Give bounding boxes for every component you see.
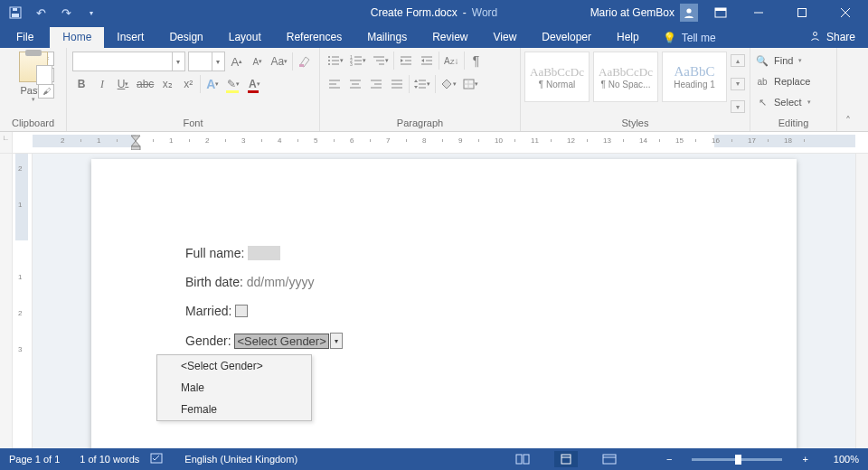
font-name-combo[interactable]: ▾ bbox=[72, 52, 185, 71]
married-checkbox[interactable] bbox=[235, 305, 248, 317]
qat-customize-icon[interactable]: ▾ bbox=[80, 2, 103, 24]
bullets-button[interactable]: ▾ bbox=[326, 52, 345, 70]
group-label-paragraph: Paragraph bbox=[320, 116, 520, 131]
italic-button[interactable]: I bbox=[93, 75, 111, 93]
tab-references[interactable]: References bbox=[274, 27, 354, 48]
language-indicator[interactable]: English (United Kingdom) bbox=[184, 454, 297, 465]
gender-option-female[interactable]: Female bbox=[157, 399, 311, 420]
clear-formatting-icon[interactable] bbox=[296, 52, 314, 70]
page-indicator[interactable]: Page 1 of 1 bbox=[9, 454, 60, 465]
proofing-icon[interactable] bbox=[150, 452, 165, 466]
minimize-button[interactable] bbox=[738, 0, 779, 25]
tab-layout[interactable]: Layout bbox=[216, 27, 274, 48]
web-layout-icon[interactable] bbox=[598, 451, 621, 467]
redo-icon[interactable]: ↷ bbox=[54, 2, 78, 24]
search-icon: 🔍 bbox=[756, 54, 769, 67]
svg-point-3 bbox=[686, 8, 691, 13]
tab-home[interactable]: Home bbox=[50, 27, 104, 48]
find-button[interactable]: 🔍Find▾ bbox=[756, 52, 835, 70]
font-color-button[interactable]: A▾ bbox=[245, 75, 263, 93]
print-layout-icon[interactable] bbox=[554, 451, 578, 467]
style-heading-1[interactable]: AaBbCHeading 1 bbox=[662, 52, 727, 102]
tab-mailings[interactable]: Mailings bbox=[354, 27, 420, 48]
fullname-placeholder[interactable] bbox=[248, 246, 280, 260]
tab-review[interactable]: Review bbox=[420, 27, 480, 48]
shrink-font-button[interactable]: A▾ bbox=[249, 52, 267, 70]
svg-point-10 bbox=[813, 33, 816, 36]
word-count[interactable]: 1 of 10 words bbox=[80, 454, 139, 465]
strikethrough-button[interactable]: abc bbox=[135, 75, 156, 93]
page[interactable]: Full name: Birth date: dd/mm/yyyy Marrie… bbox=[91, 159, 797, 448]
grow-font-button[interactable]: A▴ bbox=[228, 52, 246, 70]
gender-dropdown-menu: <Select Gender> Male Female bbox=[156, 354, 312, 421]
font-size-combo[interactable]: ▾ bbox=[188, 52, 225, 71]
chevron-down-icon: ▾ bbox=[212, 52, 224, 70]
text-effects-button[interactable]: A▾ bbox=[203, 75, 222, 93]
subscript-button[interactable]: x₂ bbox=[158, 75, 176, 93]
align-center-button[interactable] bbox=[346, 75, 364, 93]
read-mode-icon[interactable] bbox=[511, 451, 534, 467]
tab-view[interactable]: View bbox=[481, 27, 530, 48]
tell-me-button[interactable]: 💡 Tell me bbox=[652, 32, 727, 48]
styles-gallery-scroll[interactable]: ▴▾▾ bbox=[731, 52, 745, 116]
vertical-ruler[interactable]: 21123 bbox=[13, 154, 33, 448]
style-no-spacing[interactable]: AaBbCcDc¶ No Spac... bbox=[593, 52, 658, 102]
highlight-button[interactable]: ✎▾ bbox=[224, 75, 242, 93]
superscript-button[interactable]: x² bbox=[179, 75, 197, 93]
gender-option-placeholder[interactable]: <Select Gender> bbox=[157, 355, 311, 377]
ribbon-display-options-icon[interactable] bbox=[705, 0, 736, 25]
tab-insert[interactable]: Insert bbox=[104, 27, 156, 48]
tab-help[interactable]: Help bbox=[604, 27, 652, 48]
replace-button[interactable]: abReplace bbox=[756, 72, 835, 90]
save-icon[interactable] bbox=[4, 2, 27, 24]
decrease-indent-button[interactable] bbox=[397, 52, 415, 70]
account-button[interactable]: Mario at GemBox bbox=[590, 4, 703, 22]
label-gender: Gender: bbox=[185, 334, 231, 348]
undo-icon[interactable]: ↶ bbox=[29, 2, 52, 24]
zoom-level[interactable]: 100% bbox=[834, 454, 859, 465]
tab-selector[interactable]: ∟ bbox=[0, 132, 13, 153]
group-label-clipboard: Clipboard bbox=[0, 116, 66, 131]
show-hide-button[interactable]: ¶ bbox=[467, 52, 486, 70]
zoom-out-button[interactable]: − bbox=[666, 454, 672, 465]
svg-marker-51 bbox=[414, 86, 418, 89]
birthdate-control[interactable]: dd/mm/yyyy bbox=[247, 275, 315, 289]
user-name: Mario at GemBox bbox=[590, 6, 675, 19]
tab-developer[interactable]: Developer bbox=[529, 27, 604, 48]
zoom-slider[interactable] bbox=[692, 458, 782, 461]
svg-rect-11 bbox=[299, 64, 304, 67]
maximize-button[interactable] bbox=[781, 0, 823, 25]
line-spacing-button[interactable]: ▾ bbox=[412, 75, 432, 93]
close-button[interactable] bbox=[825, 0, 866, 25]
format-painter-icon[interactable]: 🖌 bbox=[38, 84, 54, 99]
gender-dropdown-button[interactable]: ▾ bbox=[330, 333, 343, 349]
vertical-scrollbar[interactable] bbox=[855, 154, 868, 448]
gender-option-male[interactable]: Male bbox=[157, 377, 311, 399]
tab-file[interactable]: File bbox=[0, 27, 50, 48]
justify-button[interactable] bbox=[388, 75, 406, 93]
numbering-button[interactable]: 123▾ bbox=[348, 52, 368, 70]
align-left-button[interactable] bbox=[326, 75, 344, 93]
gender-dropdown[interactable]: <Select Gender> bbox=[234, 334, 328, 349]
tab-design[interactable]: Design bbox=[156, 27, 215, 48]
align-right-button[interactable] bbox=[367, 75, 385, 93]
multilevel-list-button[interactable]: ▾ bbox=[371, 52, 391, 70]
zoom-in-button[interactable]: + bbox=[802, 454, 807, 465]
lightbulb-icon: 💡 bbox=[663, 32, 676, 44]
borders-button[interactable]: ▾ bbox=[461, 75, 480, 93]
share-button[interactable]: Share bbox=[797, 30, 868, 48]
svg-rect-5 bbox=[715, 8, 726, 11]
underline-button[interactable]: U▾ bbox=[114, 75, 132, 93]
shading-button[interactable]: ▾ bbox=[439, 75, 458, 93]
increase-indent-button[interactable] bbox=[418, 52, 436, 70]
bold-button[interactable]: B bbox=[72, 75, 90, 93]
horizontal-ruler[interactable]: 21123456789101112131415161718 bbox=[33, 132, 855, 153]
label-fullname: Full name: bbox=[185, 246, 244, 260]
change-case-button[interactable]: Aa▾ bbox=[269, 52, 289, 70]
svg-rect-1 bbox=[12, 14, 19, 17]
document-area: 21123 Full name: Birth date: dd/mm/yyyy … bbox=[0, 154, 868, 448]
collapse-ribbon-icon[interactable]: ˄ bbox=[837, 48, 859, 131]
select-button[interactable]: ↖Select▾ bbox=[756, 93, 835, 111]
style-normal[interactable]: AaBbCcDc¶ Normal bbox=[524, 52, 590, 102]
sort-button[interactable]: AZ↓ bbox=[442, 52, 461, 70]
